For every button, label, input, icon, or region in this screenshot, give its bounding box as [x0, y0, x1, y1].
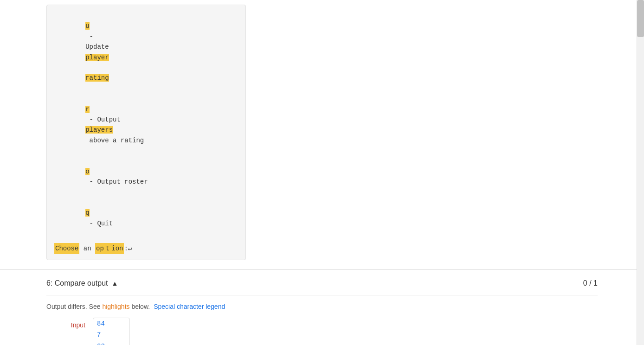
- compare-area: Input 84723445302669d30oq: [46, 318, 598, 345]
- output-differs-prefix: Output differs. See: [46, 303, 102, 310]
- text-r: above a rating: [85, 137, 144, 144]
- special-character-legend-link[interactable]: Special character legend: [154, 303, 225, 310]
- code-line-o: o - Output roster: [54, 156, 238, 198]
- separator-o: - Output roster: [85, 178, 148, 185]
- prompt-space: an: [79, 243, 95, 254]
- option-highlight3: ion: [110, 243, 124, 254]
- section-header: 6: Compare output ▲ 0 / 1: [46, 279, 598, 295]
- highlights-word: highlights: [102, 303, 129, 310]
- text-u2: [85, 64, 89, 71]
- input-data-box: 84723445302669d30oq: [93, 318, 130, 345]
- text-u: Update: [85, 43, 113, 51]
- key-u: u: [85, 22, 89, 30]
- key-o: o: [85, 168, 89, 175]
- output-differs-text: Output differs. See highlights below.: [46, 303, 150, 310]
- highlight-player: player: [85, 54, 109, 61]
- separator-r: - Output: [85, 116, 124, 123]
- key-r: r: [85, 106, 89, 113]
- section-score: 0 / 1: [583, 279, 598, 288]
- separator-q: - Quit: [85, 220, 113, 227]
- data-line: 23: [93, 341, 129, 345]
- key-q: q: [85, 209, 89, 217]
- scrollbar-area[interactable]: [637, 0, 644, 345]
- option-highlight2: t: [105, 243, 110, 254]
- output-differs-row: Output differs. See highlights below. Sp…: [46, 303, 598, 310]
- data-line: 7: [93, 329, 129, 340]
- code-block: u - Update player rating r - Output play…: [46, 5, 246, 260]
- code-line-u: u - Update player rating: [54, 11, 238, 94]
- section-title: 6: Compare output ▲: [46, 279, 118, 288]
- choose-highlight: Choose: [54, 243, 79, 254]
- input-label: Input: [46, 318, 93, 345]
- scrollbar-thumb[interactable]: [637, 0, 644, 37]
- prompt-line: Choose an op t ion :↵: [54, 243, 238, 254]
- after-highlights: below.: [130, 303, 150, 310]
- top-code-section: u - Update player rating r - Output play…: [0, 0, 644, 270]
- chevron-icon[interactable]: ▲: [112, 280, 118, 287]
- separator-u: -: [85, 33, 97, 40]
- option-highlight: op: [95, 243, 105, 254]
- code-line-r: r - Output players above a rating: [54, 94, 238, 156]
- section-title-text: 6: Compare output: [46, 279, 108, 288]
- highlight-players: players: [85, 126, 113, 134]
- highlight-rating-u: rating: [85, 74, 109, 82]
- code-line-q: q - Quit: [54, 198, 238, 239]
- prompt-colon: :↵: [124, 243, 132, 254]
- page-container: u - Update player rating r - Output play…: [0, 0, 644, 345]
- section-6: 6: Compare output ▲ 0 / 1 Output differs…: [0, 270, 644, 345]
- data-line: 84: [93, 318, 129, 329]
